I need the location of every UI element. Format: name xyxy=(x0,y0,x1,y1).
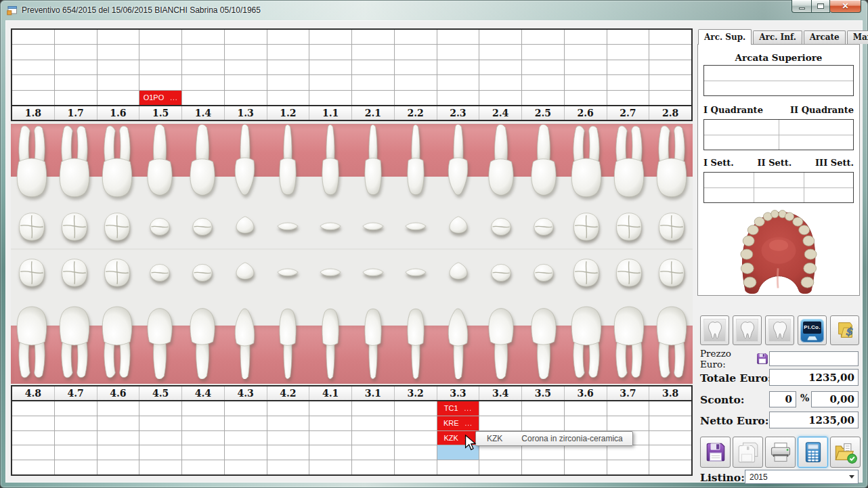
treatment-grid-cell[interactable] xyxy=(522,60,564,74)
panel-table-cell[interactable] xyxy=(754,187,803,202)
tooth-number-3.7[interactable]: 3.7 xyxy=(607,386,650,400)
treatment-grid-cell[interactable] xyxy=(182,445,224,460)
tooth-number-4.6[interactable]: 4.6 xyxy=(97,386,140,400)
treatment-grid-cell[interactable] xyxy=(309,460,351,474)
tooth-column-1.5-4.5[interactable] xyxy=(139,121,181,385)
tooth-number-2.4[interactable]: 2.4 xyxy=(479,106,522,120)
treatment-grid-cell[interactable] xyxy=(55,445,97,460)
tooth-number-4.4[interactable]: 4.4 xyxy=(182,386,225,400)
treatment-grid-cell[interactable] xyxy=(12,431,54,445)
treatment-grid-cell[interactable] xyxy=(352,416,394,430)
treatment-grid-cell[interactable] xyxy=(479,30,521,44)
treatment-grid-cell[interactable] xyxy=(225,431,267,445)
treatment-grid-cell[interactable] xyxy=(97,401,139,416)
treatment-grid-cell[interactable] xyxy=(139,45,181,59)
treatment-grid-cell[interactable] xyxy=(267,60,309,74)
listino-dropdown[interactable]: 2015 xyxy=(745,470,859,484)
treatment-grid-cell[interactable] xyxy=(225,75,267,89)
treatment-grid-cell[interactable] xyxy=(97,416,139,430)
treatment-grid-cell[interactable] xyxy=(479,460,521,474)
treatment-grid-cell[interactable] xyxy=(12,60,54,74)
treatment-grid-cell[interactable] xyxy=(12,91,54,105)
treatment-grid-cell[interactable] xyxy=(565,460,607,474)
tab-arc-sup[interactable]: Arc. Sup. xyxy=(698,29,752,45)
treatment-grid-cell[interactable] xyxy=(395,431,437,445)
maximize-button[interactable] xyxy=(811,0,830,13)
treatment-grid-cell[interactable] xyxy=(352,431,394,445)
treatment-grid-cell[interactable] xyxy=(522,445,564,460)
treatment-grid-cell[interactable] xyxy=(309,91,351,105)
price-list-button[interactable]: $ xyxy=(830,315,859,345)
treatment-grid-cell[interactable] xyxy=(649,91,691,105)
quadrante-table[interactable] xyxy=(703,119,854,150)
tooth-number-1.8[interactable]: 1.8 xyxy=(12,106,55,120)
treatment-grid-cell[interactable] xyxy=(437,45,479,59)
treatment-grid-cell[interactable] xyxy=(352,60,394,74)
tooth-number-1.4[interactable]: 1.4 xyxy=(182,106,225,120)
treatment-grid-cell[interactable] xyxy=(12,45,54,59)
tooth-number-2.6[interactable]: 2.6 xyxy=(565,106,607,120)
treatment-grid-cell[interactable] xyxy=(225,445,267,460)
treatment-grid-cell[interactable] xyxy=(97,60,139,74)
treatment-grid-cell[interactable] xyxy=(607,91,649,105)
treatment-grid-cell[interactable] xyxy=(352,30,394,44)
tooth-number-4.2[interactable]: 4.2 xyxy=(267,386,310,400)
treatment-grid-cell[interactable] xyxy=(55,91,97,105)
treatment-grid-cell[interactable] xyxy=(55,45,97,59)
calculator-button[interactable] xyxy=(798,437,828,468)
tooth-number-1.1[interactable]: 1.1 xyxy=(309,106,352,120)
treatment-grid-cell[interactable] xyxy=(352,460,394,474)
treatment-grid-cell[interactable] xyxy=(139,445,181,460)
tooth-number-2.2[interactable]: 2.2 xyxy=(395,106,437,120)
treatment-grid-cell[interactable] xyxy=(565,401,607,416)
treatment-grid-cell[interactable] xyxy=(522,75,564,89)
tooth-number-4.5[interactable]: 4.5 xyxy=(139,386,182,400)
treatment-grid-cell[interactable] xyxy=(395,416,437,430)
tooth-number-2.1[interactable]: 2.1 xyxy=(352,106,395,120)
treatment-grid-cell[interactable] xyxy=(267,91,309,105)
treatment-grid-cell[interactable] xyxy=(267,30,309,44)
tooth-number-2.5[interactable]: 2.5 xyxy=(522,106,565,120)
tooth-number-2.3[interactable]: 2.3 xyxy=(437,106,480,120)
treatment-grid-cell[interactable] xyxy=(607,45,649,59)
tooth-number-1.7[interactable]: 1.7 xyxy=(55,106,97,120)
treatment-grid-cell[interactable] xyxy=(182,45,224,59)
treatment-grid-cell[interactable] xyxy=(395,30,437,44)
tooth-number-4.8[interactable]: 4.8 xyxy=(12,386,55,400)
treatment-grid-cell[interactable] xyxy=(522,91,564,105)
treatment-grid-cell[interactable] xyxy=(139,75,181,89)
treatment-grid-cell[interactable] xyxy=(97,45,139,59)
treatment-grid-cell[interactable] xyxy=(225,60,267,74)
tooth-column-2.2-3.2[interactable] xyxy=(394,121,437,385)
treatment-grid-cell[interactable] xyxy=(522,45,564,59)
tab-arcate[interactable]: Arcate xyxy=(804,30,846,44)
treatment-grid-cell[interactable] xyxy=(55,60,97,74)
treatment-grid-cell[interactable] xyxy=(395,60,437,74)
tooth-number-4.7[interactable]: 4.7 xyxy=(55,386,97,400)
treatment-grid-cell[interactable] xyxy=(522,30,564,44)
tooth-number-1.5[interactable]: 1.5 xyxy=(139,106,182,120)
treatment-grid-cell[interactable] xyxy=(565,30,607,44)
save-all-button[interactable] xyxy=(733,437,763,468)
treatment-grid-cell[interactable] xyxy=(522,401,564,416)
treatment-grid-cell[interactable] xyxy=(565,75,607,89)
tooth-number-3.5[interactable]: 3.5 xyxy=(522,386,565,400)
treatment-grid-cell[interactable] xyxy=(225,30,267,44)
treatment-grid-cell[interactable] xyxy=(55,75,97,89)
treatment-grid-cell[interactable] xyxy=(649,416,691,430)
tooth-column-1.2-4.2[interactable] xyxy=(267,121,309,385)
prezzo-input[interactable] xyxy=(769,351,859,366)
save-price-icon[interactable] xyxy=(756,352,769,365)
tooth-number-3.6[interactable]: 3.6 xyxy=(565,386,607,400)
treatment-grid-cell[interactable] xyxy=(55,30,97,44)
tooth-column-2.5-3.5[interactable] xyxy=(522,121,565,385)
treatment-grid-cell[interactable] xyxy=(182,60,224,74)
tooth-number-3.2[interactable]: 3.2 xyxy=(395,386,437,400)
tooth-number-1.6[interactable]: 1.6 xyxy=(97,106,140,120)
treatment-entry-O1PO[interactable]: O1PO... xyxy=(139,91,181,105)
tooth-number-4.1[interactable]: 4.1 xyxy=(309,386,352,400)
treatment-grid-cell[interactable] xyxy=(55,401,97,416)
tooth-number-4.3[interactable]: 4.3 xyxy=(225,386,267,400)
treatment-grid-cell[interactable] xyxy=(309,45,351,59)
treatment-grid-cell[interactable] xyxy=(139,60,181,74)
